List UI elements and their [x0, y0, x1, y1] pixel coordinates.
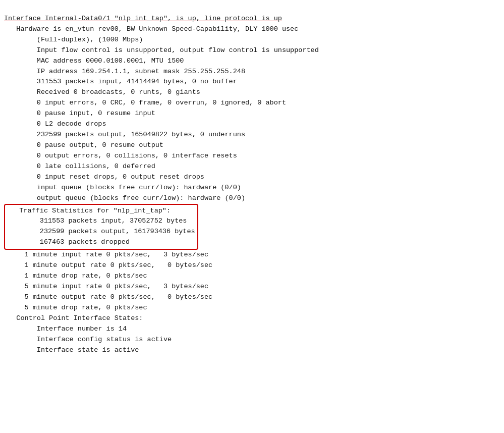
- 5min-input-rate-line: 5 minute input rate 0 pkts/sec, 3 bytes/…: [4, 283, 208, 290]
- hardware-line: Hardware is en_vtun rev00, BW Unknown Sp…: [4, 25, 298, 33]
- pause-input-line: 0 pause input, 0 resume input: [4, 110, 155, 117]
- 5min-drop-rate-line: 5 minute drop rate, 0 pkts/sec: [4, 304, 147, 311]
- 1min-input-rate-line: 1 minute input rate 0 pkts/sec, 3 bytes/…: [4, 251, 208, 258]
- broadcasts-line: Received 0 broadcasts, 0 runts, 0 giants: [4, 88, 200, 96]
- traffic-stats-box: Traffic Statistics for "nlp_int_tap": 31…: [4, 204, 198, 250]
- traffic-stats-header: Traffic Statistics for "nlp_int_tap":: [7, 207, 171, 214]
- traffic-dropped-line: 167463 packets dropped: [7, 238, 130, 246]
- 1min-output-rate-line: 1 minute output rate 0 pkts/sec, 0 bytes…: [4, 261, 212, 269]
- interface-number-line: Interface number is 14: [4, 325, 127, 333]
- traffic-output-line: 232599 packets output, 161793436 bytes: [7, 228, 195, 235]
- control-point-header: Control Point Interface States:: [4, 314, 143, 322]
- traffic-stats-section: Traffic Statistics for "nlp_int_tap": 31…: [4, 238, 198, 246]
- late-collisions-line: 0 late collisions, 0 deferred: [4, 163, 155, 170]
- input-queue-line: input queue (blocks free curr/low): hard…: [4, 184, 241, 191]
- pause-output-line: 0 pause output, 0 resume output: [4, 141, 163, 149]
- interface-header-line: Interface Internal-Data0/1 "nlp_int_tap"…: [4, 15, 282, 22]
- flow-control-line: Input flow control is unsupported, outpu…: [4, 46, 319, 54]
- 1min-drop-rate-line: 1 minute drop rate, 0 pkts/sec: [4, 272, 147, 280]
- mac-line: MAC address 0000.0100.0001, MTU 1500: [4, 57, 184, 65]
- interface-state-line: Interface state is active: [4, 346, 139, 354]
- 5min-output-rate-line: 5 minute output rate 0 pkts/sec, 0 bytes…: [4, 293, 212, 301]
- terminal-output: Interface Internal-Data0/1 "nlp_int_tap"…: [4, 3, 500, 355]
- reset-drops-line: 0 input reset drops, 0 output reset drop…: [4, 173, 204, 181]
- traffic-input-line: 311553 packets input, 37052752 bytes: [7, 217, 187, 225]
- packets-output-line: 232599 packets output, 165049822 bytes, …: [4, 131, 245, 138]
- l2-decode-line: 0 L2 decode drops: [4, 120, 106, 128]
- duplex-line: (Full-duplex), (1000 Mbps): [4, 36, 143, 43]
- packets-input-line: 311553 packets input, 41414494 bytes, 0 …: [4, 78, 237, 85]
- input-errors-line: 0 input errors, 0 CRC, 0 frame, 0 overru…: [4, 99, 286, 106]
- interface-header-underlined: Interface Internal-Data0/1 "nlp_int_tap"…: [4, 15, 282, 22]
- output-errors-line: 0 output errors, 0 collisions, 0 interfa…: [4, 152, 237, 159]
- ip-line: IP address 169.254.1.1, subnet mask 255.…: [4, 68, 245, 75]
- interface-config-line: Interface config status is active: [4, 336, 172, 343]
- output-queue-line: output queue (blocks free curr/low): har…: [4, 194, 245, 202]
